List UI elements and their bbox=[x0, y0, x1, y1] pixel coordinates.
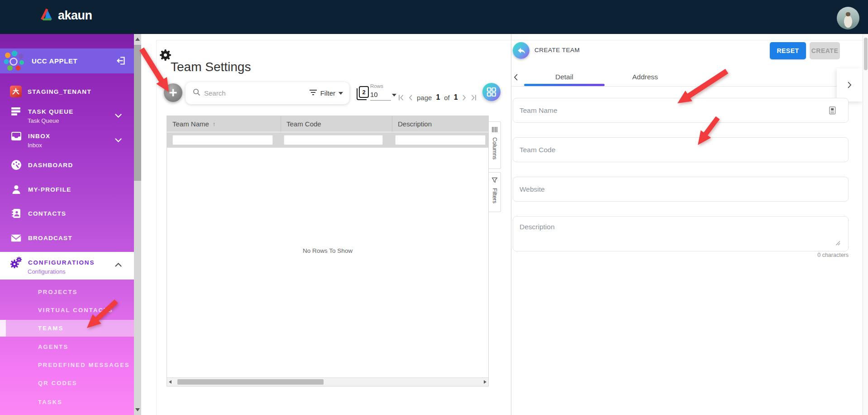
column-header-team-name[interactable]: Team Name ↑ bbox=[167, 116, 281, 132]
chevron-up-icon[interactable] bbox=[115, 261, 122, 269]
configurations-row[interactable]: CONFIGURATIONS bbox=[0, 256, 134, 269]
dashboard-icon bbox=[10, 160, 22, 170]
tab-filters[interactable]: Filters bbox=[489, 172, 501, 212]
subitem-label: TASKS bbox=[38, 399, 62, 405]
applet-label: UCC APPLET bbox=[32, 57, 77, 65]
column-label: Description bbox=[398, 120, 432, 128]
scroll-left-arrow-icon[interactable] bbox=[169, 380, 172, 384]
table-horizontal-scrollbar[interactable] bbox=[167, 377, 488, 386]
brand: akaun bbox=[40, 8, 92, 23]
sidebar-subtitle-task-queue[interactable]: Task Queue bbox=[28, 117, 59, 124]
filter-label: Filter bbox=[320, 89, 335, 97]
user-avatar[interactable] bbox=[837, 7, 859, 29]
page-of-label: of bbox=[444, 94, 450, 101]
page-total: 1 bbox=[454, 93, 458, 101]
page-title: Team Settings bbox=[171, 60, 251, 74]
pages-count-icon[interactable]: 2 bbox=[357, 86, 369, 100]
app-screen: akaun UCC APPLET bbox=[0, 0, 868, 415]
scroll-down-arrow-icon[interactable] bbox=[135, 408, 140, 411]
teams-table: Team Name ↑ Team Code Description No Row… bbox=[167, 116, 489, 386]
sidebar-item-label: CONTACTS bbox=[28, 210, 66, 217]
add-team-button[interactable] bbox=[164, 83, 182, 102]
caret-down-icon bbox=[339, 92, 343, 95]
rows-caret-icon[interactable] bbox=[392, 94, 396, 97]
pages-count-badge: 2 bbox=[359, 86, 369, 98]
chevron-down-icon[interactable] bbox=[115, 136, 122, 144]
window-scrollbar-thumb[interactable] bbox=[864, 38, 868, 70]
sidebar-item-projects[interactable]: PROJECTS bbox=[0, 285, 134, 298]
sidebar-item-label: STAGING_TENANT bbox=[28, 88, 91, 95]
back-button[interactable] bbox=[513, 42, 529, 59]
sidebar-item-staging-tenant[interactable]: STAGING_TENANT bbox=[0, 82, 134, 101]
sidebar-item-label: BROADCAST bbox=[28, 235, 72, 241]
filter-input-description[interactable] bbox=[395, 135, 486, 145]
description-field[interactable] bbox=[513, 216, 849, 251]
sort-asc-icon[interactable]: ↑ bbox=[213, 121, 216, 127]
subitem-label: VIRTUAL CONTACTS bbox=[38, 307, 113, 314]
tabs-next-button[interactable] bbox=[837, 68, 863, 101]
prev-page-button[interactable] bbox=[408, 94, 413, 101]
sidebar-item-teams[interactable]: TEAMS bbox=[0, 320, 134, 337]
search-input[interactable] bbox=[204, 89, 309, 97]
task-queue-icon bbox=[10, 107, 22, 116]
table-header-row: Team Name ↑ Team Code Description bbox=[167, 116, 488, 132]
chevron-down-icon[interactable] bbox=[115, 111, 122, 120]
sidebar-item-dashboard[interactable]: DASHBOARD bbox=[0, 156, 134, 174]
column-header-description[interactable]: Description bbox=[392, 116, 488, 132]
scroll-up-arrow-icon[interactable] bbox=[135, 38, 140, 41]
tabs-prev-chevron-icon[interactable] bbox=[513, 73, 518, 83]
resize-handle-icon[interactable] bbox=[835, 239, 840, 247]
filter-button[interactable]: Filter bbox=[309, 89, 343, 97]
sidebar-scrollbar[interactable] bbox=[134, 34, 141, 415]
sidebar-item-task-queue[interactable]: TASK QUEUE bbox=[0, 102, 134, 121]
sidebar-subtitle-inbox[interactable]: Inbox bbox=[28, 142, 42, 149]
next-page-button[interactable] bbox=[462, 94, 467, 101]
rows-label: Rows bbox=[370, 83, 383, 89]
reset-button[interactable]: RESET bbox=[770, 42, 806, 59]
sidebar-item-tasks[interactable]: TASKS bbox=[0, 396, 134, 408]
tab-columns[interactable]: Columns bbox=[489, 121, 501, 169]
team-name-field[interactable] bbox=[513, 98, 849, 123]
subitem-label: TEAMS bbox=[38, 325, 64, 332]
sidebar-applet-header[interactable]: UCC APPLET bbox=[0, 48, 134, 73]
tenant-icon bbox=[10, 86, 22, 97]
sidebar-item-label: MY-PROFILE bbox=[28, 186, 72, 193]
rows-per-page-select[interactable]: 10 bbox=[370, 91, 391, 101]
filter-input-team-name[interactable] bbox=[172, 135, 273, 145]
subitem-label: PREDEFINED MESSAGES bbox=[38, 362, 130, 368]
sidebar-item-my-profile[interactable]: MY-PROFILE bbox=[0, 180, 134, 198]
sidebar-item-predefined-messages[interactable]: PREDEFINED MESSAGES bbox=[0, 358, 134, 371]
window-scrollbar[interactable] bbox=[863, 34, 868, 415]
filter-input-team-code[interactable] bbox=[284, 135, 383, 145]
field-lookup-icon[interactable] bbox=[829, 106, 836, 116]
sidebar-item-label: TASK QUEUE bbox=[28, 108, 74, 115]
sidebar-item-broadcast[interactable]: BROADCAST bbox=[0, 229, 134, 247]
search-box: Filter bbox=[186, 82, 349, 104]
horizontal-scrollbar-thumb[interactable] bbox=[177, 379, 324, 385]
column-header-team-code[interactable]: Team Code bbox=[281, 116, 392, 132]
last-page-button[interactable] bbox=[471, 94, 477, 101]
team-code-field[interactable] bbox=[513, 137, 849, 162]
grid-view-button[interactable] bbox=[482, 83, 501, 101]
contacts-icon bbox=[10, 208, 22, 218]
subitem-label: QR CODES bbox=[38, 380, 77, 386]
website-field[interactable] bbox=[513, 177, 849, 202]
pagination: page 1 of 1 bbox=[398, 92, 477, 103]
sidebar-item-virtual-contacts[interactable]: VIRTUAL CONTACTS bbox=[0, 304, 134, 316]
search-icon bbox=[193, 88, 200, 98]
character-count: 0 characters bbox=[513, 252, 849, 258]
create-button[interactable]: CREATE bbox=[810, 42, 840, 59]
sidebar-item-qr-codes[interactable]: QR CODES bbox=[0, 376, 134, 389]
sidebar-item-contacts[interactable]: CONTACTS bbox=[0, 204, 134, 222]
tab-address[interactable]: Address bbox=[632, 73, 658, 81]
column-label: Team Name bbox=[172, 120, 209, 128]
sidebar-item-agents[interactable]: AGENTS bbox=[0, 340, 134, 353]
filter-lines-icon bbox=[309, 89, 317, 97]
sidebar-item-inbox[interactable]: INBOX bbox=[0, 127, 134, 145]
scroll-right-arrow-icon[interactable] bbox=[484, 380, 486, 384]
sidebar-scrollbar-thumb[interactable] bbox=[134, 45, 141, 181]
sidebar-item-configurations[interactable]: CONFIGURATIONS Configurations bbox=[0, 252, 134, 280]
first-page-button[interactable] bbox=[398, 94, 404, 101]
tab-detail[interactable]: Detail bbox=[555, 73, 573, 81]
exit-applet-icon[interactable] bbox=[116, 56, 127, 68]
